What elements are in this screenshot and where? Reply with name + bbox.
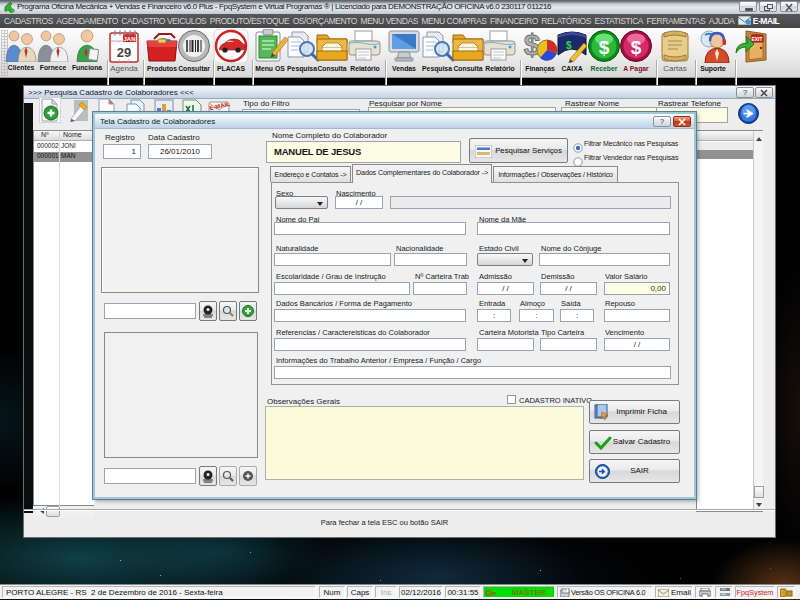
svg-text:$: $ [566,40,572,51]
svg-text:JAN: JAN [123,36,135,42]
svg-text:EXIT: EXIT [751,36,762,42]
svg-text:$: $ [599,37,610,58]
svg-text:$: $ [631,37,642,58]
svg-text:29: 29 [117,45,131,60]
